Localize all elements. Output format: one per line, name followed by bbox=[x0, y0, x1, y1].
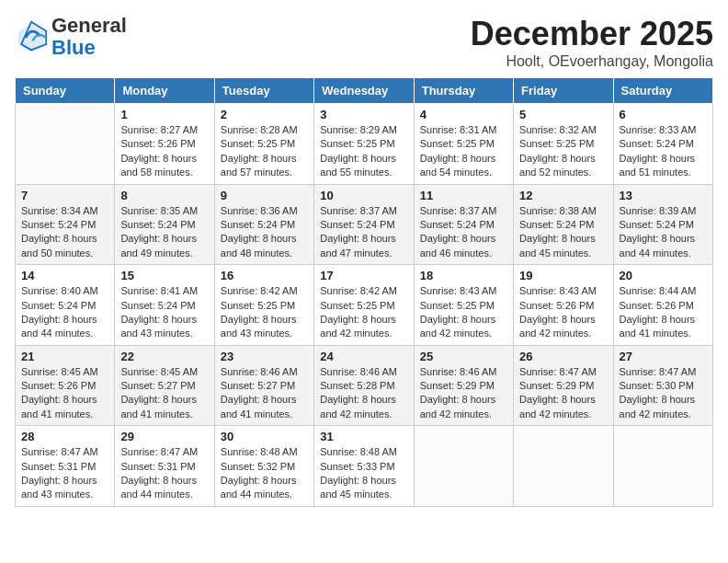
day-info: Sunrise: 8:43 AM Sunset: 5:26 PM Dayligh… bbox=[519, 284, 607, 341]
calendar-cell: 1Sunrise: 8:27 AM Sunset: 5:26 PM Daylig… bbox=[115, 104, 214, 185]
day-info: Sunrise: 8:48 AM Sunset: 5:33 PM Dayligh… bbox=[320, 445, 407, 502]
day-number: 29 bbox=[120, 430, 208, 443]
calendar-cell: 31Sunrise: 8:48 AM Sunset: 5:33 PM Dayli… bbox=[314, 426, 414, 507]
calendar-week-row: 28Sunrise: 8:47 AM Sunset: 5:31 PM Dayli… bbox=[16, 426, 713, 507]
day-info: Sunrise: 8:32 AM Sunset: 5:25 PM Dayligh… bbox=[519, 123, 607, 180]
calendar-cell: 23Sunrise: 8:46 AM Sunset: 5:27 PM Dayli… bbox=[214, 345, 313, 426]
day-number: 20 bbox=[620, 269, 707, 282]
calendar-week-row: 21Sunrise: 8:45 AM Sunset: 5:26 PM Dayli… bbox=[16, 345, 713, 426]
day-info: Sunrise: 8:39 AM Sunset: 5:24 PM Dayligh… bbox=[620, 204, 707, 261]
calendar-cell: 2Sunrise: 8:28 AM Sunset: 5:25 PM Daylig… bbox=[214, 104, 313, 185]
day-info: Sunrise: 8:46 AM Sunset: 5:29 PM Dayligh… bbox=[420, 365, 507, 422]
calendar-cell: 7Sunrise: 8:34 AM Sunset: 5:24 PM Daylig… bbox=[16, 184, 115, 265]
day-info: Sunrise: 8:33 AM Sunset: 5:24 PM Dayligh… bbox=[620, 123, 707, 180]
calendar-cell: 5Sunrise: 8:32 AM Sunset: 5:25 PM Daylig… bbox=[514, 104, 613, 185]
calendar-cell: 6Sunrise: 8:33 AM Sunset: 5:24 PM Daylig… bbox=[613, 104, 712, 185]
day-number: 24 bbox=[320, 350, 407, 363]
day-number: 10 bbox=[320, 189, 407, 202]
calendar-cell bbox=[514, 426, 613, 507]
subtitle: Hoolt, OEvoerhangay, Mongolia bbox=[471, 53, 713, 70]
day-info: Sunrise: 8:43 AM Sunset: 5:25 PM Dayligh… bbox=[420, 284, 507, 341]
logo-text: General Blue bbox=[51, 15, 127, 59]
day-number: 12 bbox=[519, 189, 607, 202]
calendar-cell: 27Sunrise: 8:47 AM Sunset: 5:30 PM Dayli… bbox=[613, 345, 712, 426]
day-number: 5 bbox=[519, 108, 607, 121]
calendar-cell: 19Sunrise: 8:43 AM Sunset: 5:26 PM Dayli… bbox=[514, 265, 613, 346]
calendar-cell bbox=[16, 104, 115, 185]
day-info: Sunrise: 8:31 AM Sunset: 5:25 PM Dayligh… bbox=[420, 123, 507, 180]
main-title: December 2025 bbox=[471, 15, 713, 53]
day-number: 28 bbox=[21, 430, 108, 443]
calendar-week-row: 7Sunrise: 8:34 AM Sunset: 5:24 PM Daylig… bbox=[16, 184, 713, 265]
day-number: 19 bbox=[519, 269, 607, 282]
day-info: Sunrise: 8:40 AM Sunset: 5:24 PM Dayligh… bbox=[21, 284, 108, 341]
calendar-cell: 24Sunrise: 8:46 AM Sunset: 5:28 PM Dayli… bbox=[314, 345, 414, 426]
weekday-header-tuesday: Tuesday bbox=[214, 78, 313, 104]
day-info: Sunrise: 8:42 AM Sunset: 5:25 PM Dayligh… bbox=[221, 284, 308, 341]
calendar-cell: 26Sunrise: 8:47 AM Sunset: 5:29 PM Dayli… bbox=[514, 345, 613, 426]
day-number: 30 bbox=[221, 430, 308, 443]
calendar-cell: 16Sunrise: 8:42 AM Sunset: 5:25 PM Dayli… bbox=[214, 265, 313, 346]
day-number: 15 bbox=[120, 269, 208, 282]
day-info: Sunrise: 8:48 AM Sunset: 5:32 PM Dayligh… bbox=[221, 445, 308, 502]
day-number: 1 bbox=[120, 108, 208, 121]
day-info: Sunrise: 8:47 AM Sunset: 5:31 PM Dayligh… bbox=[120, 445, 208, 502]
day-number: 18 bbox=[420, 269, 507, 282]
calendar-cell: 10Sunrise: 8:37 AM Sunset: 5:24 PM Dayli… bbox=[314, 184, 414, 265]
calendar-cell: 30Sunrise: 8:48 AM Sunset: 5:32 PM Dayli… bbox=[214, 426, 313, 507]
weekday-header-sunday: Sunday bbox=[16, 78, 115, 104]
calendar-cell: 18Sunrise: 8:43 AM Sunset: 5:25 PM Dayli… bbox=[414, 265, 513, 346]
title-block: December 2025 Hoolt, OEvoerhangay, Mongo… bbox=[471, 15, 713, 70]
day-number: 21 bbox=[21, 350, 108, 363]
calendar-table: SundayMondayTuesdayWednesdayThursdayFrid… bbox=[15, 77, 713, 507]
day-number: 6 bbox=[620, 108, 707, 121]
calendar-header-row: SundayMondayTuesdayWednesdayThursdayFrid… bbox=[16, 78, 713, 104]
calendar-cell: 4Sunrise: 8:31 AM Sunset: 5:25 PM Daylig… bbox=[414, 104, 513, 185]
day-number: 2 bbox=[221, 108, 308, 121]
day-number: 16 bbox=[221, 269, 308, 282]
day-number: 3 bbox=[320, 108, 407, 121]
calendar-cell: 14Sunrise: 8:40 AM Sunset: 5:24 PM Dayli… bbox=[16, 265, 115, 346]
day-number: 9 bbox=[221, 189, 308, 202]
calendar-cell: 3Sunrise: 8:29 AM Sunset: 5:25 PM Daylig… bbox=[314, 104, 414, 185]
calendar-cell: 12Sunrise: 8:38 AM Sunset: 5:24 PM Dayli… bbox=[514, 184, 613, 265]
weekday-header-thursday: Thursday bbox=[414, 78, 513, 104]
day-info: Sunrise: 8:47 AM Sunset: 5:31 PM Dayligh… bbox=[21, 445, 108, 502]
calendar-cell: 29Sunrise: 8:47 AM Sunset: 5:31 PM Dayli… bbox=[115, 426, 214, 507]
logo-icon bbox=[15, 20, 48, 53]
day-number: 4 bbox=[420, 108, 507, 121]
day-info: Sunrise: 8:46 AM Sunset: 5:28 PM Dayligh… bbox=[320, 365, 407, 422]
day-info: Sunrise: 8:27 AM Sunset: 5:26 PM Dayligh… bbox=[120, 123, 208, 180]
weekday-header-monday: Monday bbox=[115, 78, 214, 104]
day-info: Sunrise: 8:47 AM Sunset: 5:30 PM Dayligh… bbox=[620, 365, 707, 422]
day-number: 23 bbox=[221, 350, 308, 363]
logo: General Blue bbox=[15, 15, 127, 59]
day-info: Sunrise: 8:29 AM Sunset: 5:25 PM Dayligh… bbox=[320, 123, 407, 180]
calendar-cell: 17Sunrise: 8:42 AM Sunset: 5:25 PM Dayli… bbox=[314, 265, 414, 346]
day-number: 13 bbox=[620, 189, 707, 202]
calendar-week-row: 1Sunrise: 8:27 AM Sunset: 5:26 PM Daylig… bbox=[16, 104, 713, 185]
calendar-cell: 20Sunrise: 8:44 AM Sunset: 5:26 PM Dayli… bbox=[613, 265, 712, 346]
calendar-cell: 9Sunrise: 8:36 AM Sunset: 5:24 PM Daylig… bbox=[214, 184, 313, 265]
calendar-cell: 28Sunrise: 8:47 AM Sunset: 5:31 PM Dayli… bbox=[16, 426, 115, 507]
page-header: General Blue December 2025 Hoolt, OEvoer… bbox=[15, 15, 713, 70]
day-number: 8 bbox=[120, 189, 208, 202]
calendar-cell bbox=[613, 426, 712, 507]
day-info: Sunrise: 8:45 AM Sunset: 5:26 PM Dayligh… bbox=[21, 365, 108, 422]
day-info: Sunrise: 8:47 AM Sunset: 5:29 PM Dayligh… bbox=[519, 365, 607, 422]
day-info: Sunrise: 8:28 AM Sunset: 5:25 PM Dayligh… bbox=[221, 123, 308, 180]
logo-blue: Blue bbox=[51, 36, 96, 59]
day-info: Sunrise: 8:44 AM Sunset: 5:26 PM Dayligh… bbox=[620, 284, 707, 341]
day-info: Sunrise: 8:34 AM Sunset: 5:24 PM Dayligh… bbox=[21, 204, 108, 261]
weekday-header-saturday: Saturday bbox=[613, 78, 712, 104]
day-number: 26 bbox=[519, 350, 607, 363]
day-number: 17 bbox=[320, 269, 407, 282]
day-number: 22 bbox=[120, 350, 208, 363]
day-info: Sunrise: 8:36 AM Sunset: 5:24 PM Dayligh… bbox=[221, 204, 308, 261]
day-number: 31 bbox=[320, 430, 407, 443]
day-info: Sunrise: 8:45 AM Sunset: 5:27 PM Dayligh… bbox=[120, 365, 208, 422]
weekday-header-wednesday: Wednesday bbox=[314, 78, 414, 104]
logo-general: General bbox=[51, 14, 127, 37]
calendar-cell: 8Sunrise: 8:35 AM Sunset: 5:24 PM Daylig… bbox=[115, 184, 214, 265]
calendar-cell: 21Sunrise: 8:45 AM Sunset: 5:26 PM Dayli… bbox=[16, 345, 115, 426]
